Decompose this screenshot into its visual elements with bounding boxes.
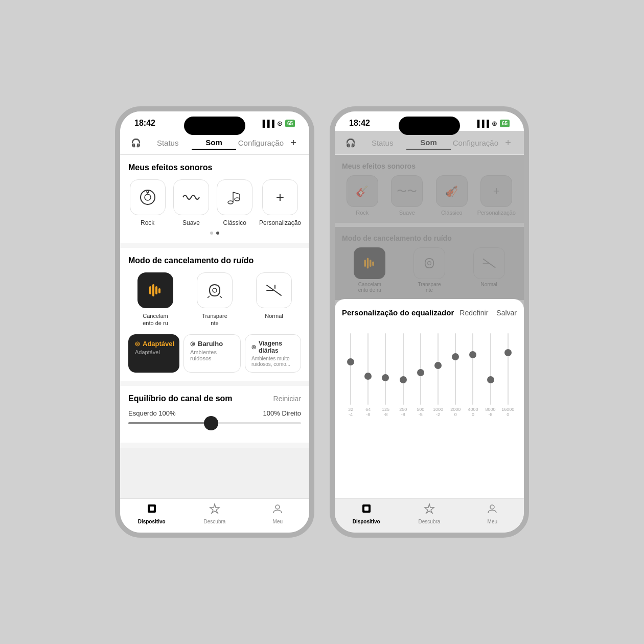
tab-status[interactable]: Status	[146, 136, 190, 149]
val-32: -4	[349, 412, 353, 417]
freq-32: 32	[348, 407, 353, 412]
nc-transparent-icon	[197, 272, 233, 308]
mode-adaptavel-sub: Adaptável	[135, 349, 173, 355]
eq-reset[interactable]: Redefinir	[459, 309, 488, 317]
balance-header: Equilíbrio do canal de som Reiniciar	[128, 394, 301, 403]
nc-normal[interactable]: Normal	[247, 272, 301, 327]
val-64: -8	[366, 412, 370, 417]
eq-bar-64[interactable]: 64 -8	[361, 333, 375, 417]
mode-barulho[interactable]: ◎ Barulho Ambientes ruidosos	[183, 334, 241, 373]
personalizacao-label: Personalização	[259, 219, 301, 226]
dynamic-island	[184, 117, 245, 135]
rock-label: Rock	[141, 219, 154, 226]
dot-2	[216, 232, 219, 235]
val-4000: 0	[472, 412, 474, 417]
svg-point-1	[145, 194, 151, 200]
nc-cancel-label: Cancelamento de ru	[143, 312, 168, 327]
suave-icon-box	[173, 179, 209, 215]
effect-rock[interactable]: Rock	[128, 179, 167, 226]
mode-adaptavel[interactable]: ◎ Adaptável Adaptável	[128, 334, 179, 373]
noise-cancel-title: Modo de cancelamento do ruído	[128, 256, 301, 265]
svg-rect-9	[149, 286, 151, 294]
eq-bar-500[interactable]: 500 -5	[413, 333, 428, 417]
effect-suave[interactable]: Suave	[172, 179, 210, 226]
eq-actions: Redefinir Salvar	[459, 309, 517, 317]
eq-bar-250[interactable]: 250 -8	[396, 333, 410, 417]
svg-point-22	[275, 505, 280, 509]
personalizacao-icon-box: +	[262, 179, 298, 215]
meu-icon	[272, 503, 283, 517]
eq-header: Personalização do equalizador Redefinir …	[342, 308, 517, 317]
nav-dispositivo[interactable]: Dispositivo	[120, 503, 183, 524]
svg-line-15	[220, 296, 222, 298]
phone-1: 18:42 ▐▐▐ ⊛ 65 🎧 Status Som Configuração…	[115, 106, 314, 538]
mode-viagens-sub: Ambientes muito ruidosos, como...	[251, 356, 294, 367]
effect-personalizacao[interactable]: + Personalização	[259, 179, 301, 226]
sound-effects-title: Meus efeitos sonoros	[128, 163, 301, 172]
meu-icon-2	[487, 503, 498, 517]
svg-point-8	[235, 198, 240, 201]
nc-normal-icon	[256, 272, 292, 308]
mode-pills: ◎ Adaptável Adaptável ◎ Barulho Ambiente…	[128, 334, 301, 373]
balance-labels: Esquerdo 100% 100% Direito	[128, 409, 301, 417]
svg-point-33	[490, 505, 494, 509]
suave-label: Suave	[182, 219, 200, 226]
freq-8000: 8000	[486, 407, 496, 412]
bottom-nav-2: Dispositivo Descubra Meu	[335, 498, 524, 533]
nav-descubra[interactable]: Descubra	[183, 503, 246, 524]
dispositivo-icon-2	[361, 503, 372, 517]
bottom-nav: Dispositivo Descubra Meu	[120, 498, 309, 533]
nav-descubra-2: Descubra	[398, 503, 461, 524]
eq-bar-1000[interactable]: 1000 -2	[431, 333, 445, 417]
empty-area	[120, 448, 309, 498]
val-2000: 0	[454, 412, 457, 417]
mode-barulho-sub: Ambientes ruidosos	[190, 349, 234, 361]
add-button[interactable]: +	[286, 135, 301, 150]
effect-classico[interactable]: Clássico	[216, 179, 254, 226]
dispositivo-label-2: Dispositivo	[353, 519, 380, 524]
battery-badge-2: 65	[500, 120, 510, 127]
svg-rect-11	[155, 286, 157, 294]
eq-bar-4000[interactable]: 4000 0	[466, 333, 480, 417]
svg-rect-20	[150, 507, 154, 511]
status-icons-2: ▐▐▐ ⊛ 65	[475, 120, 510, 127]
eq-bar-2000[interactable]: 2000 0	[448, 333, 463, 417]
add-button-2: +	[500, 135, 516, 150]
effects-grid: Rock Suave	[128, 179, 301, 226]
dispositivo-label: Dispositivo	[138, 519, 166, 524]
balance-section: Equilíbrio do canal de som Reiniciar Esq…	[120, 386, 309, 443]
freq-1000: 1000	[433, 407, 443, 412]
tab-som-2: Som	[406, 136, 450, 150]
nc-transparent-label: Transparente	[202, 312, 227, 327]
signal-icon: ▐▐▐	[260, 120, 274, 127]
status-time-2: 18:42	[349, 119, 370, 128]
eq-save[interactable]: Salvar	[496, 309, 517, 317]
val-16000: 0	[507, 412, 509, 417]
nc-cancel[interactable]: Cancelamento de ru	[128, 272, 182, 327]
balance-reset[interactable]: Reiniciar	[273, 395, 301, 403]
freq-2000: 2000	[450, 407, 461, 412]
svg-rect-31	[364, 507, 369, 511]
balance-slider-track[interactable]	[128, 422, 301, 424]
val-250: -8	[401, 412, 405, 417]
tab-som[interactable]: Som	[192, 136, 236, 150]
mode-barulho-title: ◎ Barulho	[190, 340, 234, 348]
slider-thumb[interactable]	[204, 416, 218, 430]
signal-icon-2: ▐▐▐	[475, 120, 489, 127]
tab-configuracao[interactable]: Configuração	[238, 136, 284, 149]
status-time: 18:42	[134, 119, 155, 128]
mode-viagens[interactable]: ◎ Viagens diárias Ambientes muito ruidos…	[245, 334, 301, 373]
eq-bar-8000[interactable]: 8000 -8	[484, 333, 498, 417]
dispositivo-icon	[146, 503, 157, 517]
nav-meu[interactable]: Meu	[246, 503, 309, 524]
slider-fill	[128, 422, 215, 424]
rock-icon-box	[130, 179, 166, 215]
nc-transparent[interactable]: Transparente	[188, 272, 242, 327]
eq-bar-125[interactable]: 125 -8	[378, 333, 393, 417]
eq-bar-32[interactable]: 32 -4	[343, 333, 358, 417]
val-1000: -2	[436, 412, 440, 417]
nav-meu-2: Meu	[461, 503, 524, 524]
eq-title: Personalização do equalizador	[342, 308, 454, 317]
eq-bar-16000[interactable]: 16000 0	[501, 333, 515, 417]
svg-rect-12	[158, 288, 160, 293]
